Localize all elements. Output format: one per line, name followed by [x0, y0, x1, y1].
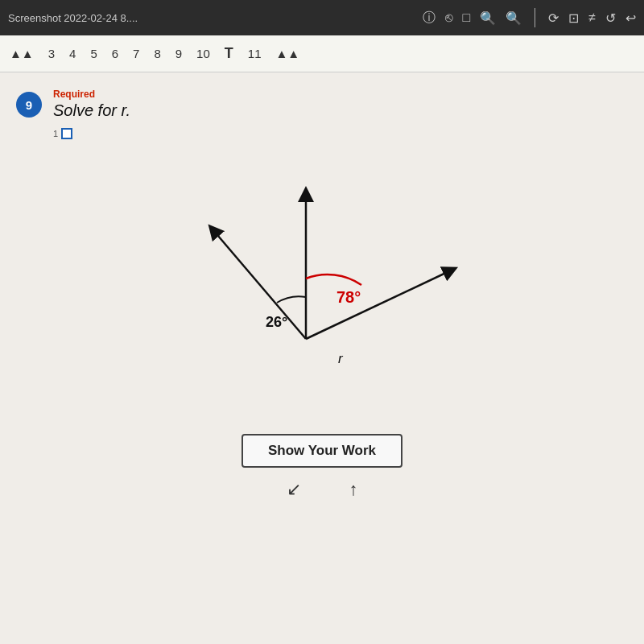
ray-lower-right [306, 270, 451, 339]
ray-upper-left [213, 230, 306, 339]
toolbar-item-right-arrow[interactable]: ▲▲ [275, 47, 299, 60]
toolbar-item-5[interactable]: 5 [90, 47, 97, 60]
toolbar-item-11[interactable]: 11 [248, 47, 262, 60]
red-arc [306, 275, 361, 285]
toolbar-item-7[interactable]: 7 [133, 47, 139, 60]
small-checkbox[interactable] [61, 128, 72, 139]
undo-icon[interactable]: ↩ [625, 10, 636, 26]
question-header: 9 Required Solve for r. [16, 89, 628, 120]
filter-icon[interactable]: ≠ [588, 10, 596, 25]
search-icon-2[interactable]: 🔍 [506, 10, 522, 26]
angle-diagram: 78° 26° r [137, 146, 507, 419]
black-arc [277, 296, 306, 303]
diagram-container: 78° 26° r [16, 146, 628, 419]
toolbar-item-8[interactable]: 8 [154, 47, 160, 60]
toolbar: ▲▲ 3 4 5 6 7 8 9 10 T 11 ▲▲ [0, 35, 644, 72]
bottom-arrow-left: ↙ [287, 479, 301, 500]
toolbar-item-10[interactable]: 10 [196, 47, 210, 60]
required-label: Required [53, 89, 130, 100]
small-number: 1 [53, 129, 58, 138]
angle-78-label: 78° [336, 288, 361, 306]
bottom-arrow-right: ↑ [349, 479, 358, 500]
refresh-icon[interactable]: ⟳ [548, 10, 559, 26]
toolbar-item-4[interactable]: 4 [69, 47, 76, 60]
r-label: r [338, 351, 344, 366]
crop-icon[interactable]: ⊡ [568, 10, 579, 26]
rotate-icon[interactable]: ↺ [605, 10, 616, 26]
question-number-badge: 9 [16, 92, 42, 118]
search-icon-1[interactable]: 🔍 [480, 10, 496, 26]
question-text: Solve for r. [53, 101, 130, 120]
bottom-arrows: ↙ ↑ [16, 479, 628, 500]
sep1 [535, 8, 535, 27]
question-text-block: Required Solve for r. [53, 89, 130, 120]
toolbar-item-left-arrow[interactable]: ▲▲ [10, 47, 34, 60]
share-icon[interactable]: ⎋ [445, 10, 453, 25]
top-bar-title: Screenshot 2022-02-24 8.... [8, 12, 413, 24]
toolbar-item-3[interactable]: 3 [48, 47, 55, 60]
show-work-button[interactable]: Show Your Work [242, 434, 402, 468]
toolbar-item-6[interactable]: 6 [112, 47, 118, 60]
toolbar-item-9[interactable]: 9 [175, 47, 182, 60]
toolbar-item-T[interactable]: T [225, 45, 233, 62]
tablet-icon[interactable]: □ [463, 10, 471, 25]
main-content: 9 Required Solve for r. 1 [0, 72, 644, 644]
small-checkbox-row: 1 [53, 128, 628, 139]
angle-26-label: 26° [266, 314, 287, 330]
info-icon[interactable]: ⓘ [423, 10, 436, 27]
top-bar: Screenshot 2022-02-24 8.... ⓘ ⎋ □ 🔍 🔍 ⟳ … [0, 0, 644, 35]
